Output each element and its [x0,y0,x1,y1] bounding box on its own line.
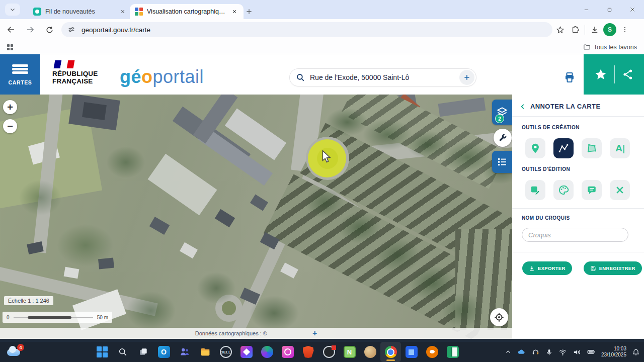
taskbar-app-photos-button[interactable] [236,342,257,362]
tab1-close-icon[interactable] [119,8,127,16]
taskbar-dell-button[interactable]: DELL [215,342,236,362]
add-layer-button[interactable] [459,70,474,85]
taskbar-gimp-button[interactable] [360,342,380,362]
zoom-out-button[interactable]: − [3,119,17,133]
polyline-tool-button[interactable] [553,138,574,158]
star-icon [594,68,607,81]
scale-ruler[interactable]: 0 50 m [3,312,112,323]
legend-button[interactable] [492,151,512,173]
geolocate-button[interactable] [490,308,508,326]
taskbar-chrome-button[interactable] [380,342,401,362]
taskbar-notepadpp-button[interactable]: N [339,342,360,362]
chevron-left-icon[interactable] [519,103,526,110]
search-input[interactable] [309,73,455,82]
tab-search-button[interactable] [5,4,20,16]
print-button[interactable] [559,67,580,87]
map-canvas[interactable]: + − 2 Échelle 1 : 1 246 0 50 m [0,95,512,339]
ruler-max-label: 50 m [97,315,108,320]
panel-header: ANNOTER LA CARTE [512,95,644,117]
window-controls [575,0,644,19]
taskbar-teams-button[interactable] [174,342,195,362]
text-tool-button[interactable]: A [610,138,630,158]
info-tool-button[interactable] [582,180,602,200]
browser-menu-icon[interactable] [617,22,632,37]
profile-avatar[interactable]: S [602,22,617,37]
favorites-star-button[interactable] [594,68,607,81]
headset-icon[interactable] [531,348,540,356]
start-button[interactable] [92,342,112,362]
edit-tool-button[interactable] [525,180,545,200]
polyline-icon [558,143,569,154]
onedrive-icon[interactable] [517,347,526,356]
taskbar-doc-button[interactable] [442,342,463,362]
all-bookmarks-label: Tous les favoris [594,44,637,51]
taskbar-app-pink-button[interactable] [277,342,298,362]
cartes-label: CARTES [9,79,32,85]
window-minimize-button[interactable] [575,0,598,19]
url-input[interactable] [80,26,546,34]
battery-icon[interactable] [587,347,596,356]
taskbar-blender-button[interactable] [422,342,442,362]
point-tool-button[interactable] [525,138,545,158]
taskbar-app-round-button[interactable] [257,342,277,362]
round-app-icon [261,346,273,358]
clock-date: 23/10/2025 [601,352,626,358]
toolbar-divider [585,25,585,35]
bookmark-star-icon[interactable] [552,22,568,37]
map-tools-button[interactable] [494,129,512,147]
layers-button[interactable]: 2 [492,100,512,125]
wifi-icon[interactable] [558,348,567,356]
taskbar-search-button[interactable] [112,342,133,362]
extensions-icon[interactable] [568,22,583,37]
taskbar-explorer-button[interactable] [195,342,215,362]
edition-tools-title: OUTILS D'ÉDITION [522,166,644,172]
zoom-in-button[interactable]: + [3,100,17,114]
back-button[interactable] [3,22,19,38]
tab-fil-de-nouveautes[interactable]: Fil de nouveautés [28,4,132,19]
teams-icon [179,346,190,357]
all-bookmarks-button[interactable]: Tous les favoris [583,43,637,51]
address-bar[interactable] [61,22,552,37]
panel-actions: EXPORTER ENREGISTRER [522,261,644,275]
volume-icon[interactable] [573,348,581,356]
polygon-tool-button[interactable] [582,138,602,158]
system-tray: 10:03 23/10/2025 [505,342,640,362]
widgets-badge: 4 [17,344,24,351]
window-maximize-button[interactable] [598,0,621,19]
green-doc-icon [447,346,459,358]
notifications-bell-icon[interactable] [632,348,640,356]
microphone-icon[interactable] [545,348,553,356]
new-tab-button[interactable] [243,5,256,18]
sketch-name-input[interactable] [522,228,628,242]
tray-expand-button[interactable] [505,349,511,355]
forward-button[interactable] [22,22,38,38]
tab2-favicon-icon [135,8,143,16]
media-app-icon [323,346,335,358]
window-close-button[interactable] [621,0,644,19]
plus-icon [463,73,471,81]
taskbar-outlook-button[interactable]: O [153,342,174,362]
widgets-button[interactable]: 4 [7,345,23,359]
save-button[interactable]: ENREGISTRER [584,261,642,275]
geoportail-logo[interactable]: géoportail [120,66,204,87]
task-view-button[interactable] [133,342,153,362]
apps-grid-icon[interactable] [7,44,13,50]
ruler-track[interactable] [14,317,93,318]
share-icon [622,68,634,80]
taskbar-app-media-button[interactable] [318,342,339,362]
tab-visualisation-cartographique[interactable]: Visualisation cartographique - [130,4,244,19]
map-search-bar[interactable] [289,68,476,86]
downloads-icon[interactable] [587,22,602,37]
cartes-menu-button[interactable]: CARTES [0,54,40,95]
tab2-close-icon[interactable] [230,8,238,16]
folder-icon [583,43,591,51]
attribution-expand-button[interactable]: + [312,329,317,338]
taskbar-clock[interactable]: 10:03 23/10/2025 [601,346,626,358]
style-tool-button[interactable] [553,180,574,200]
share-button[interactable] [622,68,634,80]
taskbar-app-blue-button[interactable] [401,342,422,362]
taskbar-brave-button[interactable] [298,342,318,362]
reload-button[interactable] [41,22,57,38]
delete-tool-button[interactable] [610,180,630,200]
export-button[interactable]: EXPORTER [522,261,572,275]
